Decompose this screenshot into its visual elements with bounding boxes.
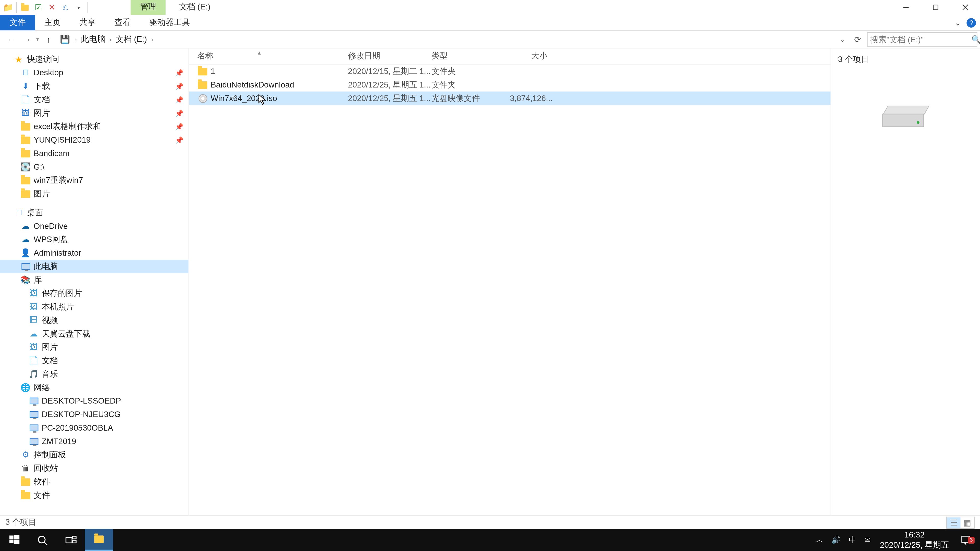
nav-camera-roll[interactable]: 🖼本机照片 bbox=[0, 300, 188, 313]
action-center-button[interactable]: 3 bbox=[955, 534, 977, 545]
svg-rect-1 bbox=[933, 5, 938, 10]
nav-documents[interactable]: 📄文档📌 bbox=[0, 93, 188, 106]
tab-home[interactable]: 主页 bbox=[35, 15, 70, 30]
svg-rect-8 bbox=[14, 540, 19, 544]
tab-file[interactable]: 文件 bbox=[0, 15, 35, 30]
nav-files[interactable]: 文件 bbox=[0, 489, 188, 502]
column-name[interactable]: 名称▴ bbox=[197, 51, 348, 62]
nav-lib-documents[interactable]: 📄文档 bbox=[0, 354, 188, 367]
preview-pane: 3 个项目 bbox=[831, 48, 980, 519]
qat-undo-icon[interactable]: ⎌ bbox=[59, 1, 72, 14]
expand-ribbon-icon[interactable]: ⌄ bbox=[955, 18, 961, 27]
file-row[interactable]: Win7x64_2020.iso 2020/12/25, 星期五 1... 光盘… bbox=[189, 92, 830, 105]
nav-saved-pictures[interactable]: 🖼保存的图片 bbox=[0, 287, 188, 300]
nav-control-panel[interactable]: ⚙控制面板 bbox=[0, 448, 188, 462]
chevron-right-icon[interactable]: › bbox=[73, 36, 78, 43]
icons-view-button[interactable]: ▦ bbox=[961, 517, 974, 528]
column-type[interactable]: 类型 bbox=[431, 51, 499, 62]
music-icon: 🎵 bbox=[28, 368, 39, 380]
nav-pc3[interactable]: PC-20190530OBLA bbox=[0, 421, 188, 435]
nav-pictures2[interactable]: 图片 bbox=[0, 187, 188, 200]
nav-win7-folder[interactable]: win7重装win7 bbox=[0, 173, 188, 187]
file-date: 2020/12/25, 星期五 1... bbox=[348, 79, 431, 91]
breadcrumb[interactable]: 💾 › 此电脑 › 文档 (E:) › bbox=[57, 32, 836, 47]
clock[interactable]: 16:32 2020/12/25, 星期五 bbox=[875, 530, 955, 550]
mail-icon[interactable]: ✉ bbox=[860, 529, 874, 551]
qat-delete-icon[interactable]: ✕ bbox=[45, 1, 59, 14]
help-icon[interactable]: ? bbox=[966, 18, 976, 27]
nav-desktop-group[interactable]: 🖥桌面 bbox=[0, 206, 188, 219]
nav-videos[interactable]: 🎞视频 bbox=[0, 313, 188, 327]
nav-excel-folder[interactable]: excel表格制作求和📌 bbox=[0, 120, 188, 133]
minimize-button[interactable] bbox=[891, 0, 921, 15]
nav-bandicam[interactable]: Bandicam bbox=[0, 147, 188, 160]
search-box[interactable]: 🔍 bbox=[867, 32, 977, 47]
breadcrumb-drive[interactable]: 文档 (E:) bbox=[113, 34, 150, 45]
nav-pc4[interactable]: ZMT2019 bbox=[0, 435, 188, 448]
nav-recycle-bin[interactable]: 🗑回收站 bbox=[0, 462, 188, 475]
nav-pc2[interactable]: DESKTOP-NJEU3CG bbox=[0, 408, 188, 421]
start-button[interactable] bbox=[0, 529, 28, 551]
nav-lib-pictures[interactable]: 🖼图片 bbox=[0, 341, 188, 354]
volume-icon[interactable]: 🔊 bbox=[827, 529, 845, 551]
window-title: 文档 (E:) bbox=[170, 0, 220, 15]
close-button[interactable] bbox=[950, 0, 980, 15]
nav-yunqishi[interactable]: YUNQISHI2019📌 bbox=[0, 133, 188, 147]
nav-libraries[interactable]: 📚库 bbox=[0, 273, 188, 287]
up-button[interactable]: ↑ bbox=[40, 32, 56, 48]
tab-drive-tools[interactable]: 驱动器工具 bbox=[140, 15, 199, 30]
disc-image-icon bbox=[197, 93, 208, 103]
maximize-button[interactable] bbox=[921, 0, 950, 15]
tab-view[interactable]: 查看 bbox=[105, 15, 140, 30]
search-button[interactable] bbox=[28, 529, 57, 551]
sort-ascending-icon: ▴ bbox=[258, 49, 261, 56]
folder-icon bbox=[197, 79, 208, 90]
nav-quick-access[interactable]: ★快速访问 bbox=[0, 52, 188, 66]
nav-gdrive[interactable]: 💽G:\ bbox=[0, 160, 188, 174]
column-size[interactable]: 大小 bbox=[499, 51, 552, 62]
app-icon[interactable]: 📁 bbox=[1, 1, 15, 14]
folder-icon bbox=[20, 188, 31, 199]
nav-lib-music[interactable]: 🎵音乐 bbox=[0, 367, 188, 381]
contextual-tab-manage[interactable]: 管理 bbox=[130, 0, 165, 15]
back-button[interactable]: ← bbox=[3, 32, 19, 48]
nav-pc1[interactable]: DESKTOP-LSSOEDP bbox=[0, 394, 188, 408]
pin-icon: 📌 bbox=[175, 123, 183, 130]
forward-button[interactable]: → bbox=[19, 32, 35, 48]
nav-tianyi[interactable]: ☁天翼云盘下载 bbox=[0, 327, 188, 341]
search-icon[interactable]: 🔍 bbox=[971, 35, 980, 44]
chevron-right-icon[interactable]: › bbox=[108, 36, 113, 43]
nav-wps[interactable]: ☁WPS网盘 bbox=[0, 233, 188, 246]
nav-pictures[interactable]: 🖼图片📌 bbox=[0, 106, 188, 120]
history-dropdown-icon[interactable]: ▾ bbox=[36, 36, 39, 42]
nav-downloads[interactable]: ⬇下载📌 bbox=[0, 79, 188, 93]
ime-indicator[interactable]: 中 bbox=[845, 529, 861, 551]
refresh-button[interactable]: ⟳ bbox=[850, 32, 865, 48]
file-row[interactable]: BaiduNetdiskDownload 2020/12/25, 星期五 1..… bbox=[189, 78, 830, 92]
address-dropdown-icon[interactable]: ⌄ bbox=[836, 36, 850, 43]
tab-share[interactable]: 共享 bbox=[70, 15, 105, 30]
column-date[interactable]: 修改日期 bbox=[348, 51, 431, 62]
system-tray: ︿ 🔊 中 ✉ 16:32 2020/12/25, 星期五 3 bbox=[812, 529, 980, 551]
nav-onedrive[interactable]: ☁OneDrive bbox=[0, 219, 188, 233]
qat-checkbox-icon[interactable]: ☑ bbox=[32, 1, 45, 14]
folder-icon bbox=[197, 66, 208, 76]
file-list[interactable]: 1 2020/12/15, 星期二 1... 文件夹 BaiduNetdiskD… bbox=[189, 65, 830, 519]
nav-administrator[interactable]: 👤Administrator bbox=[0, 246, 188, 260]
tray-overflow-icon[interactable]: ︿ bbox=[812, 529, 827, 551]
nav-software[interactable]: 软件 bbox=[0, 475, 188, 489]
nav-desktop[interactable]: 🖥Desktop📌 bbox=[0, 66, 188, 79]
qat-dropdown-icon[interactable]: ▾ bbox=[72, 1, 86, 14]
search-input[interactable] bbox=[870, 35, 971, 44]
breadcrumb-this-pc[interactable]: 此电脑 bbox=[78, 34, 108, 45]
nav-network[interactable]: 🌐网络 bbox=[0, 381, 188, 394]
file-type: 光盘映像文件 bbox=[431, 93, 499, 104]
chevron-right-icon[interactable]: › bbox=[150, 36, 154, 43]
nav-this-pc[interactable]: 此电脑 bbox=[0, 260, 188, 273]
file-row[interactable]: 1 2020/12/15, 星期二 1... 文件夹 bbox=[189, 65, 830, 78]
qat-properties-icon[interactable] bbox=[18, 1, 32, 14]
task-view-button[interactable] bbox=[57, 529, 85, 551]
title-bar: 📁 ☑ ✕ ⎌ ▾ 管理 文档 (E:) bbox=[0, 0, 980, 15]
taskbar-explorer[interactable] bbox=[85, 529, 113, 551]
details-view-button[interactable]: ☰ bbox=[947, 517, 961, 528]
